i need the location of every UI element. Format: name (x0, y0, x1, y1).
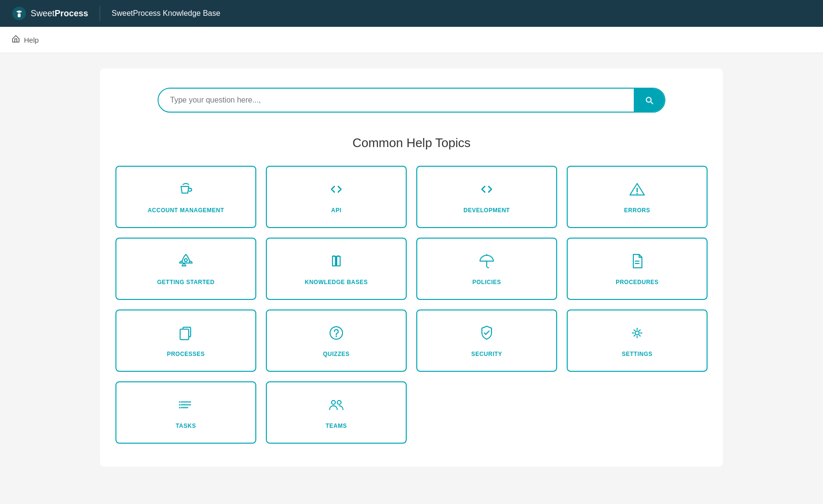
topic-label-knowledge-bases: KNOWLEDGE BASES (305, 279, 368, 286)
topic-card-policies[interactable]: POLICIES (416, 238, 557, 300)
svg-point-18 (331, 401, 335, 404)
topic-label-procedures: PROCEDURES (616, 279, 659, 286)
main-content: Common Help Topics ACCOUNT MANAGEMENTAPI… (0, 53, 823, 482)
users-icon (328, 396, 345, 416)
topic-card-security[interactable]: SECURITY (416, 309, 557, 372)
topic-label-development: DEVELOPMENT (464, 207, 510, 214)
topic-card-quizzes[interactable]: QUIZZES (266, 309, 407, 372)
topics-grid: ACCOUNT MANAGEMENTAPIDEVELOPMENTERRORSGE… (115, 166, 708, 444)
list-icon (177, 396, 194, 416)
topic-label-settings: SETTINGS (622, 351, 652, 357)
topic-card-getting-started[interactable]: GETTING STARTED (115, 238, 256, 300)
topic-label-account-management: ACCOUNT MANAGEMENT (148, 207, 224, 214)
svg-point-11 (635, 331, 639, 335)
content-card: Common Help Topics ACCOUNT MANAGEMENTAPI… (100, 69, 723, 467)
code-icon (478, 181, 495, 200)
topic-card-development[interactable]: DEVELOPMENT (416, 166, 557, 228)
topic-card-processes[interactable]: PROCESSES (115, 309, 256, 372)
umbrella-icon (478, 252, 495, 272)
svg-point-3 (637, 193, 638, 194)
cup-icon (177, 181, 194, 200)
svg-point-16 (179, 404, 181, 405)
code-icon (328, 181, 345, 200)
topic-label-getting-started: GETTING STARTED (157, 279, 215, 286)
topic-card-errors[interactable]: ERRORS (567, 166, 708, 228)
header-title: SweetProcess Knowledge Base (112, 9, 220, 18)
search-icon (644, 95, 654, 105)
rocket-icon (177, 252, 194, 272)
sweetprocess-logo-icon (11, 6, 27, 21)
topic-label-teams: TEAMS (326, 423, 347, 429)
breadcrumb-bar: Help (0, 27, 823, 53)
breadcrumb-help[interactable]: Help (24, 36, 39, 44)
svg-rect-8 (180, 329, 189, 340)
topic-card-procedures[interactable]: PROCEDURES (567, 238, 708, 300)
topic-card-account-management[interactable]: ACCOUNT MANAGEMENT (115, 166, 256, 228)
logo-text: SweetProcess (31, 9, 88, 19)
topic-card-teams[interactable]: TEAMS (266, 381, 407, 444)
topic-label-policies: POLICIES (472, 279, 501, 286)
topic-card-tasks[interactable]: TASKS (115, 381, 256, 444)
topic-label-quizzes: QUIZZES (323, 351, 350, 357)
topic-label-api: API (331, 207, 342, 214)
svg-point-10 (336, 335, 337, 337)
shield-icon (478, 324, 495, 344)
home-icon[interactable] (11, 34, 20, 45)
document-icon (629, 252, 646, 272)
question-circle-icon (328, 324, 345, 344)
svg-point-4 (184, 259, 187, 262)
svg-rect-1 (18, 13, 21, 17)
search-button[interactable] (634, 89, 664, 112)
gear-icon (629, 324, 646, 344)
warning-icon (629, 181, 646, 200)
svg-point-19 (337, 401, 341, 404)
topic-label-tasks: TASKS (176, 423, 196, 429)
header: SweetProcess SweetProcess Knowledge Base (0, 0, 823, 27)
book-icon (328, 252, 345, 272)
topics-heading: Common Help Topics (115, 136, 708, 150)
search-wrapper (158, 88, 665, 113)
topic-card-settings[interactable]: SETTINGS (567, 309, 708, 372)
topic-label-security: SECURITY (471, 351, 503, 357)
copy-icon (177, 324, 194, 344)
search-input[interactable] (159, 89, 634, 112)
svg-point-15 (179, 401, 181, 402)
topic-label-errors: ERRORS (624, 207, 650, 214)
topic-card-api[interactable]: API (266, 166, 407, 228)
search-container (115, 88, 708, 113)
topic-card-knowledge-bases[interactable]: KNOWLEDGE BASES (266, 238, 407, 300)
logo-area: SweetProcess (11, 6, 100, 21)
svg-point-9 (330, 327, 343, 339)
topic-label-processes: PROCESSES (167, 351, 205, 357)
svg-point-17 (179, 407, 181, 408)
